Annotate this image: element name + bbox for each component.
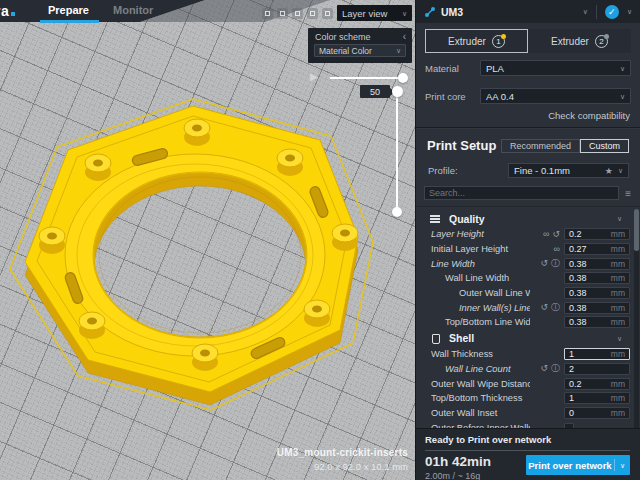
setting-unit: mm: [611, 408, 625, 418]
extruder-2-tab[interactable]: Extruder 2: [528, 29, 631, 53]
model-name: UM3_mount-crickit-inserts: [277, 447, 408, 458]
link-icon[interactable]: ∞: [554, 245, 560, 254]
undo-icon[interactable]: ↺: [552, 230, 560, 239]
scrollbar-thumb[interactable]: [634, 209, 639, 251]
setting-value-field[interactable]: 0.27 mm: [564, 243, 630, 255]
sidebar: UM3 ∨ ✓ ∨ Extruder 1 Extruder 2 Material…: [415, 0, 640, 480]
scrollbar[interactable]: [634, 209, 639, 433]
recommended-mode-button[interactable]: Recommended: [501, 139, 580, 153]
cura-logo: ra: [0, 3, 15, 19]
print-status: Ready to Print over network: [425, 434, 630, 445]
view-left-icon[interactable]: [307, 8, 318, 19]
setting-value-field[interactable]: 0.38 mm: [564, 272, 630, 284]
setting-label: Line Width: [431, 259, 530, 269]
model-3d[interactable]: [0, 0, 415, 480]
settings-list[interactable]: Quality ∨ Layer Height ∞↺ 0.2 mm Initial…: [416, 207, 640, 435]
custom-mode-button[interactable]: Custom: [580, 139, 629, 153]
setting-value: 0.38: [569, 259, 587, 269]
setting-unit: mm: [611, 229, 625, 239]
layer-slider-lower-handle[interactable]: [392, 207, 402, 217]
setting-value: 0.38: [569, 317, 587, 327]
setting-label: Layer Height: [431, 229, 530, 239]
extruder-2-material-dot: [604, 34, 609, 39]
tab-prepare[interactable]: Prepare: [48, 4, 89, 16]
setting-row[interactable]: Wall Line Width 0.38 mm: [416, 271, 640, 286]
view-front-icon[interactable]: [277, 8, 288, 19]
setting-row[interactable]: Inner Wall(s) Line Width ↺ⓘ 0.38 mm: [416, 300, 640, 315]
view-right-icon[interactable]: [322, 8, 333, 19]
setting-value-field[interactable]: 0.38 mm: [564, 287, 630, 299]
setting-row[interactable]: Initial Layer Height ∞ 0.27 mm: [416, 242, 640, 257]
material-dropdown[interactable]: PLA ∨: [480, 60, 631, 76]
color-scheme-label: Color scheme: [315, 32, 371, 42]
setting-label: Wall Thickness: [431, 349, 530, 359]
print-over-network-button[interactable]: Print over network ∨: [526, 455, 630, 475]
setting-value-field[interactable]: 1 mm: [564, 348, 630, 360]
simulation-play-icon[interactable]: ▶: [310, 71, 318, 82]
setting-unit: mm: [611, 393, 625, 403]
setting-row[interactable]: Top/Bottom Thickness 1 mm: [416, 391, 640, 406]
setting-row[interactable]: Layer Height ∞↺ 0.2 mm: [416, 227, 640, 242]
settings-section-header[interactable]: Shell ∨: [416, 330, 640, 347]
setting-unit: mm: [611, 273, 625, 283]
3d-viewport[interactable]: ra Prepare Monitor Layer view ∨ Color sc…: [0, 0, 415, 480]
setting-label: Outer Wall Inset: [431, 408, 530, 418]
profile-dropdown[interactable]: Fine - 0.1mm ★ ∨: [508, 163, 629, 178]
setting-row[interactable]: Wall Thickness 1 mm: [416, 347, 640, 362]
print-setup-title: Print Setup: [427, 138, 501, 153]
chevron-down-icon[interactable]: ∨: [627, 8, 632, 15]
star-icon[interactable]: ★: [605, 166, 613, 176]
layer-slider-upper-handle[interactable]: [392, 86, 403, 97]
simulation-slider-track[interactable]: [330, 77, 403, 79]
setting-row[interactable]: Outer Wall Wipe Distance 0.2 mm: [416, 376, 640, 391]
view-top-icon[interactable]: [292, 8, 303, 19]
setting-value-field[interactable]: 0.38 mm: [564, 302, 630, 314]
material-label: Material: [425, 63, 480, 74]
printer-name: UM3: [441, 6, 463, 18]
view-3d-icon[interactable]: [262, 8, 273, 19]
info-icon[interactable]: ⓘ: [551, 259, 560, 268]
setting-label: Wall Line Width: [431, 273, 530, 283]
setting-value-field[interactable]: 0 mm: [564, 407, 630, 419]
setting-value-field[interactable]: 0.2 mm: [564, 378, 630, 390]
search-input[interactable]: [424, 186, 619, 200]
setting-row[interactable]: Line Width ↺ⓘ 0.38 mm: [416, 256, 640, 271]
setting-value-field[interactable]: 2: [564, 363, 630, 375]
tab-monitor[interactable]: Monitor: [113, 4, 153, 16]
simulation-slider-handle[interactable]: [398, 73, 408, 83]
layer-slider-track[interactable]: [396, 92, 398, 212]
setting-row[interactable]: Outer Wall Line Width 0.38 mm: [416, 286, 640, 301]
setting-value-field[interactable]: 0.2 mm: [564, 228, 630, 240]
chevron-down-icon: ∨: [615, 462, 630, 469]
printer-selector[interactable]: UM3 ∨ ✓ ∨: [416, 0, 640, 23]
print-time-estimate: 01h 42min: [425, 455, 491, 470]
link-icon[interactable]: ∞: [543, 230, 549, 239]
setting-row[interactable]: Top/Bottom Line Width 0.38 mm: [416, 315, 640, 330]
setting-value-field[interactable]: 0.38 mm: [564, 258, 630, 270]
settings-menu-icon[interactable]: ≡: [625, 188, 631, 199]
extruder-1-tab[interactable]: Extruder 1: [425, 29, 528, 53]
setting-value-field[interactable]: 1 mm: [564, 392, 630, 404]
setting-label: Outer Wall Line Width: [431, 288, 530, 298]
collapse-icon[interactable]: ‹: [403, 31, 406, 42]
info-icon[interactable]: ⓘ: [551, 303, 560, 312]
setting-value-field[interactable]: 0.38 mm: [564, 316, 630, 328]
setting-value: 0.38: [569, 303, 587, 313]
setting-row[interactable]: Outer Wall Inset 0 mm: [416, 406, 640, 421]
chevron-down-icon: ∨: [620, 65, 625, 72]
extruder-2-number: 2: [595, 35, 608, 48]
setting-unit: mm: [611, 379, 625, 389]
material-usage-estimate: 2.00m / ~ 16g: [425, 471, 491, 480]
check-compatibility-link[interactable]: Check compatibility: [416, 107, 640, 127]
settings-section-header[interactable]: Quality ∨: [416, 210, 640, 227]
undo-icon[interactable]: ↺: [540, 303, 548, 312]
view-mode-dropdown[interactable]: Layer view ∨: [337, 5, 412, 21]
chevron-down-icon: ∨: [620, 93, 625, 100]
undo-icon[interactable]: ↺: [540, 364, 548, 373]
print-core-dropdown[interactable]: AA 0.4 ∨: [480, 88, 631, 104]
color-scheme-dropdown[interactable]: Material Color ∨: [314, 44, 406, 57]
setting-row[interactable]: Wall Line Count ↺ⓘ 2: [416, 362, 640, 377]
extruder-1-number: 1: [492, 35, 505, 48]
info-icon[interactable]: ⓘ: [551, 364, 560, 373]
undo-icon[interactable]: ↺: [540, 259, 548, 268]
